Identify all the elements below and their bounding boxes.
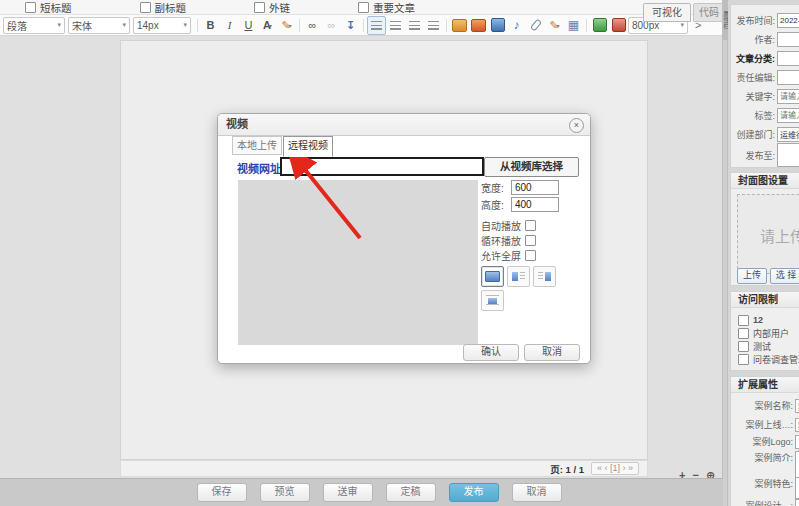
video-width-input[interactable] bbox=[511, 180, 559, 195]
video-align-right-button[interactable] bbox=[533, 266, 556, 287]
finalize-button[interactable]: 定稿 bbox=[386, 483, 436, 502]
image-icon[interactable] bbox=[450, 16, 469, 35]
fullscreen-option[interactable]: 允许全屏 bbox=[481, 248, 536, 263]
font-size-combo[interactable]: 14px▾ bbox=[133, 17, 191, 34]
music-icon[interactable]: ♪ bbox=[507, 16, 526, 35]
scrawl-icon[interactable]: ✎▾ bbox=[545, 16, 564, 35]
cover-upload-button[interactable]: 上传 bbox=[737, 268, 767, 284]
cover-image-panel: 封面图设置 请上传 上传 选 择 bbox=[730, 172, 799, 286]
field-label: 案例特色: bbox=[731, 477, 793, 490]
video-align-left-button[interactable] bbox=[507, 266, 530, 287]
category-field[interactable] bbox=[777, 51, 799, 66]
publish-button[interactable]: 发布 bbox=[449, 483, 499, 502]
tab-local-upload[interactable]: 本地上传 bbox=[232, 136, 282, 155]
word-image-green-icon[interactable] bbox=[590, 16, 609, 35]
video-library-button[interactable]: 从视频库选择 bbox=[484, 157, 579, 177]
option-sub-title[interactable]: 副标题 bbox=[140, 0, 187, 15]
autoplay-checkbox[interactable] bbox=[525, 220, 536, 231]
pager-controls[interactable]: « ‹ [1] › » bbox=[591, 462, 639, 475]
field-label: 关键字: bbox=[731, 90, 775, 103]
tags-field[interactable] bbox=[777, 108, 799, 123]
align-justify-icon[interactable] bbox=[424, 16, 443, 35]
submit-review-button[interactable]: 送审 bbox=[323, 483, 373, 502]
extended-attributes-panel: 扩展属性 案例名称: 案例上线…: 案例Logo: 案例简介: 案例特色: 案例… bbox=[730, 376, 799, 506]
access-option[interactable]: 12 bbox=[738, 314, 763, 326]
save-button[interactable]: 保存 bbox=[197, 483, 247, 502]
preview-button[interactable]: 预览 bbox=[260, 483, 310, 502]
fullscreen-checkbox[interactable] bbox=[525, 250, 536, 261]
anchor-icon[interactable]: ↧ bbox=[341, 16, 360, 35]
attachment-icon[interactable] bbox=[526, 16, 545, 35]
access-option[interactable]: 内部用户 bbox=[738, 327, 789, 339]
tab-code[interactable]: 代码 bbox=[693, 3, 725, 22]
access-checkbox[interactable] bbox=[738, 354, 749, 365]
create-department-field[interactable] bbox=[777, 127, 799, 142]
font-family-combo[interactable]: 宋体▾ bbox=[68, 17, 130, 34]
option-short-title[interactable]: 短标题 bbox=[25, 0, 72, 15]
video-height-input[interactable] bbox=[511, 197, 559, 212]
tab-remote-video[interactable]: 远程视频 bbox=[283, 136, 333, 157]
video-icon[interactable] bbox=[488, 16, 507, 35]
access-option[interactable]: 测试 bbox=[738, 340, 771, 352]
access-checkbox[interactable] bbox=[738, 315, 749, 326]
publish-time-field[interactable] bbox=[777, 13, 799, 28]
word-image-red-icon[interactable] bbox=[609, 16, 628, 35]
access-option[interactable]: 问卷调查管理员 bbox=[738, 353, 799, 365]
chevron-down-icon: ▾ bbox=[557, 22, 560, 29]
keywords-field[interactable] bbox=[777, 89, 799, 104]
align-right-icon[interactable] bbox=[405, 16, 424, 35]
option-external-link[interactable]: 外链 bbox=[254, 0, 290, 15]
font-color-icon[interactable]: A▾ bbox=[258, 16, 277, 35]
access-panel-title: 访问限制 bbox=[731, 292, 799, 308]
external-link-checkbox[interactable] bbox=[254, 2, 265, 13]
cover-upload-placeholder: 请上传 bbox=[760, 225, 799, 246]
sub-title-checkbox[interactable] bbox=[140, 2, 151, 13]
cancel-button[interactable]: 取消 bbox=[512, 483, 562, 502]
dialog-cancel-button[interactable]: 取消 bbox=[524, 344, 580, 361]
cover-choose-button[interactable]: 选 择 bbox=[770, 268, 799, 284]
editor-in-charge-field[interactable] bbox=[777, 70, 799, 85]
author-field[interactable] bbox=[777, 32, 799, 47]
page-indicator: 页: 1 / 1 bbox=[550, 462, 584, 476]
autoplay-option[interactable]: 自动播放 bbox=[481, 218, 536, 233]
case-design-field[interactable] bbox=[795, 499, 799, 506]
video-align-default-button[interactable] bbox=[481, 266, 504, 287]
access-checkbox[interactable] bbox=[738, 341, 749, 352]
access-checkbox[interactable] bbox=[738, 328, 749, 339]
italic-icon[interactable]: I bbox=[220, 16, 239, 35]
access-restriction-panel: 访问限制 12 内部用户 测试 问卷调查管理员 bbox=[730, 291, 799, 371]
cover-upload-dropzone[interactable]: 请上传 bbox=[737, 194, 799, 274]
short-title-checkbox[interactable] bbox=[25, 2, 36, 13]
dialog-title: 视频 bbox=[218, 114, 590, 136]
field-label: 发布时间: bbox=[731, 14, 775, 27]
important-article-checkbox[interactable] bbox=[358, 2, 369, 13]
case-logo-field[interactable] bbox=[795, 435, 799, 449]
video-url-label: 视频网址 bbox=[237, 160, 281, 176]
video-align-center-button[interactable] bbox=[481, 290, 504, 311]
link-icon[interactable]: ∞ bbox=[303, 16, 322, 35]
bold-icon[interactable]: B bbox=[201, 16, 220, 35]
underline-icon[interactable]: U bbox=[239, 16, 258, 35]
video-url-input[interactable] bbox=[280, 157, 484, 176]
loop-option[interactable]: 循环播放 bbox=[481, 233, 536, 248]
publish-to-box[interactable] bbox=[777, 143, 799, 167]
align-left-icon[interactable] bbox=[367, 16, 386, 35]
table-icon[interactable]: ▦ bbox=[564, 16, 583, 35]
case-online-field[interactable] bbox=[795, 418, 799, 432]
case-intro-textarea[interactable] bbox=[795, 451, 799, 479]
close-icon[interactable]: × bbox=[569, 118, 584, 133]
page-statusbar: 页: 1 / 1 « ‹ [1] › » bbox=[120, 460, 648, 477]
flash-icon[interactable] bbox=[469, 16, 488, 35]
option-important-article[interactable]: 重要文章 bbox=[358, 0, 415, 15]
tab-visual[interactable]: 可视化 bbox=[643, 3, 691, 22]
case-name-field[interactable] bbox=[795, 399, 799, 413]
align-center-icon[interactable] bbox=[386, 16, 405, 35]
toolbar-separator bbox=[363, 19, 364, 32]
chevron-down-icon: ▾ bbox=[122, 21, 126, 29]
case-feature-textarea[interactable] bbox=[795, 477, 799, 499]
unlink-icon[interactable]: ∞ bbox=[322, 16, 341, 35]
paragraph-combo[interactable]: 段落▾ bbox=[3, 17, 65, 34]
highlight-icon[interactable]: ✎▾ bbox=[277, 16, 296, 35]
loop-checkbox[interactable] bbox=[525, 235, 536, 246]
confirm-button[interactable]: 确认 bbox=[463, 344, 519, 361]
